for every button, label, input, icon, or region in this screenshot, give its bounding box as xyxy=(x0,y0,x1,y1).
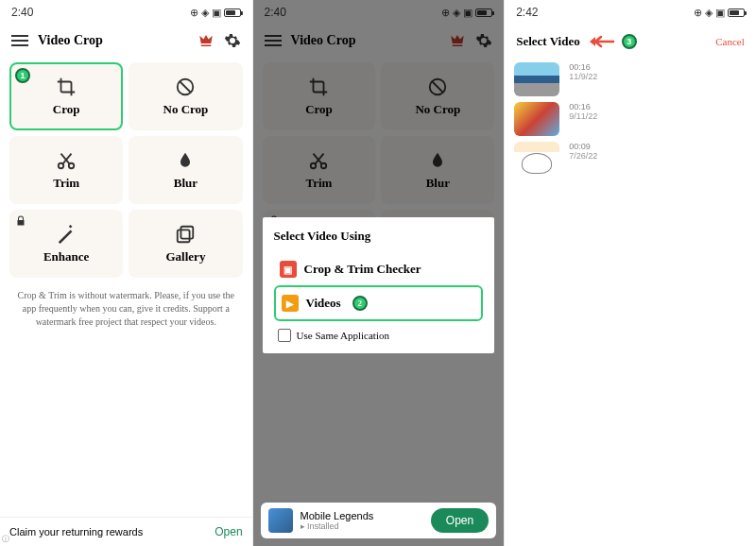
dialog-option-label: Crop & Trim Checker xyxy=(304,262,421,277)
feature-grid: 1 Crop No Crop Trim Blur Enhance xyxy=(0,62,252,278)
video-item[interactable]: 00:09 7/26/22 xyxy=(514,142,747,176)
checkbox-icon[interactable] xyxy=(278,329,291,342)
page-title: Select Video xyxy=(516,34,580,49)
ad-title: Mobile Legends xyxy=(301,510,423,521)
status-bar: 2:40 ⊕◈▣ xyxy=(0,0,252,25)
status-icons: ⊕◈▣ xyxy=(190,7,241,19)
video-date: 9/11/22 xyxy=(569,111,597,121)
trim-icon xyxy=(55,149,77,172)
video-item[interactable]: 00:16 11/9/22 xyxy=(514,62,747,96)
cancel-button[interactable]: Cancel xyxy=(715,36,745,47)
video-thumbnail xyxy=(514,142,559,176)
status-icons: ⊕◈▣ xyxy=(694,7,745,19)
step-badge-1: 1 xyxy=(15,68,30,83)
battery-icon xyxy=(224,9,241,17)
video-meta: 00:16 9/11/22 xyxy=(569,102,597,121)
tile-crop[interactable]: 1 Crop xyxy=(9,62,123,130)
tile-gallery[interactable]: Gallery xyxy=(129,210,242,278)
step-badge-3: 3 xyxy=(622,34,637,49)
step-badge-2: 2 xyxy=(352,296,368,311)
battery-icon xyxy=(728,9,745,17)
video-duration: 00:09 xyxy=(569,142,597,151)
tile-nocrop[interactable]: No Crop xyxy=(129,62,242,130)
video-meta: 00:16 11/9/22 xyxy=(569,62,597,81)
tile-label: Gallery xyxy=(166,249,206,264)
tile-label: Blur xyxy=(174,176,198,191)
ad-open-button[interactable]: Open xyxy=(431,508,489,533)
tile-trim[interactable]: Trim xyxy=(9,136,123,204)
app-title: Video Crop xyxy=(38,33,188,48)
video-duration: 00:16 xyxy=(569,102,597,111)
tile-label: No Crop xyxy=(163,102,209,117)
dialog-option-checker[interactable]: ▣ Crop & Trim Checker xyxy=(274,253,484,285)
tile-enhance[interactable]: Enhance xyxy=(9,210,123,278)
video-thumbnail xyxy=(514,62,559,96)
svg-rect-3 xyxy=(178,230,190,242)
ad-open-button[interactable]: Open xyxy=(215,525,242,538)
ad-app-icon xyxy=(268,508,293,533)
video-thumbnail xyxy=(514,102,559,136)
crop-icon xyxy=(55,76,77,98)
tile-label: Crop xyxy=(53,102,80,117)
videos-app-icon: ▶ xyxy=(282,295,299,312)
tile-blur[interactable]: Blur xyxy=(129,136,242,204)
lock-icon xyxy=(15,215,26,227)
status-bar: 2:42 ⊕◈▣ xyxy=(505,0,756,25)
select-video-header: Select Video 3 Cancel xyxy=(505,25,756,59)
video-duration: 00:16 xyxy=(569,62,597,72)
video-date: 11/9/22 xyxy=(569,72,597,81)
ad-bar[interactable]: Mobile Legends ▸ Installed Open xyxy=(261,503,497,538)
phone-screen-2: 2:40 ⊕◈▣ Video Crop Crop No Crop Tr xyxy=(252,0,505,546)
status-time: 2:42 xyxy=(516,6,538,19)
checkbox-label: Use Same Application xyxy=(297,330,389,341)
ad-bar[interactable]: ⓘ Claim your returning rewards Open xyxy=(0,517,252,546)
checker-app-icon: ▣ xyxy=(280,261,297,278)
phone-screen-1: 2:40 ⊕◈▣ Video Crop 1 Crop No Crop xyxy=(0,0,252,546)
dialog-option-videos[interactable]: ▶ Videos 2 xyxy=(274,285,484,321)
description-text: Crop & Trim is without watermark. Please… xyxy=(0,278,252,340)
dialog-option-label: Videos xyxy=(306,296,341,311)
status-time: 2:40 xyxy=(11,6,33,19)
settings-icon[interactable] xyxy=(224,32,241,49)
video-date: 7/26/22 xyxy=(569,151,597,161)
select-video-dialog: Select Video Using ▣ Crop & Trim Checker… xyxy=(263,217,495,353)
arrow-red-icon xyxy=(588,35,614,48)
video-meta: 00:09 7/26/22 xyxy=(569,142,597,161)
tile-label: Trim xyxy=(53,176,79,191)
enhance-icon xyxy=(55,223,77,246)
dialog-title: Select Video Using xyxy=(274,229,484,244)
use-same-app-row[interactable]: Use Same Application xyxy=(274,329,484,342)
video-item[interactable]: 00:16 9/11/22 xyxy=(514,102,747,136)
menu-icon[interactable] xyxy=(11,35,28,46)
tile-label: Enhance xyxy=(43,249,89,264)
ad-info-icon: ⓘ xyxy=(2,534,9,544)
video-list: 00:16 11/9/22 00:16 9/11/22 00:09 7/26/2… xyxy=(505,59,756,179)
ad-text: Claim your returning rewards xyxy=(9,526,207,537)
app-header: Video Crop xyxy=(0,25,252,57)
blur-icon xyxy=(174,149,197,172)
svg-rect-4 xyxy=(181,227,194,239)
phone-screen-3: 2:42 ⊕◈▣ Select Video 3 Cancel 00:16 11/… xyxy=(504,0,756,546)
nocrop-icon xyxy=(174,76,197,98)
ad-subtitle: ▸ Installed xyxy=(301,521,423,531)
gallery-icon xyxy=(174,223,197,246)
crown-icon[interactable] xyxy=(198,32,215,49)
